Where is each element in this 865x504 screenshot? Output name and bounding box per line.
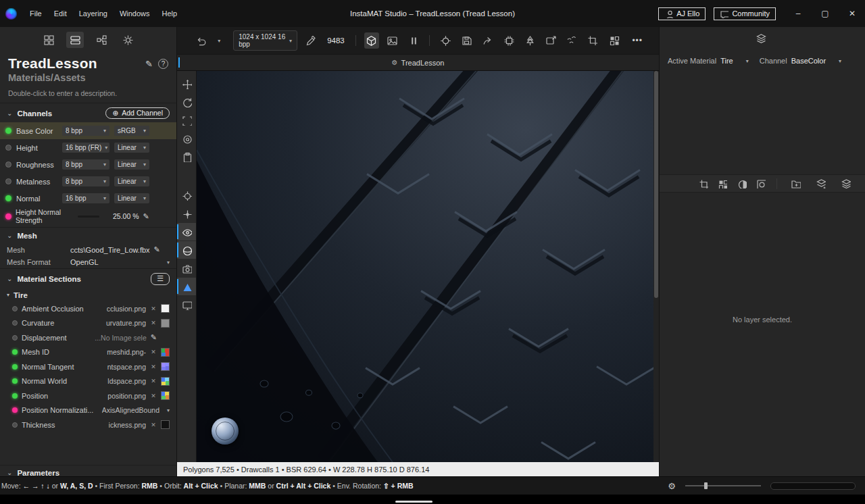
texture-swatch[interactable] bbox=[161, 391, 170, 400]
texture-swatch[interactable] bbox=[161, 348, 170, 357]
community-button[interactable]: Community bbox=[714, 7, 776, 20]
texture-row-position[interactable]: Position position.png ✕ bbox=[0, 388, 176, 403]
colorspace-dropdown[interactable]: Linear▾ bbox=[114, 159, 149, 170]
texture-row-normal-tangent[interactable]: Normal Tangent ntspace.png ✕ bbox=[0, 359, 176, 374]
transparency-button[interactable] bbox=[607, 32, 622, 49]
add-layer-button[interactable] bbox=[812, 176, 829, 192]
bpp-dropdown[interactable]: 8 bpp▾ bbox=[62, 126, 109, 136]
eyedropper-button[interactable] bbox=[303, 32, 318, 49]
rotate-tool[interactable] bbox=[177, 93, 196, 111]
channel-row-height[interactable]: Height 16 bpp (FR)▾ Linear▾ bbox=[0, 139, 176, 156]
material-preview-toggle[interactable] bbox=[177, 241, 196, 259]
remove-texture-button[interactable]: ✕ bbox=[150, 422, 157, 428]
minimize-button[interactable]: – bbox=[793, 9, 803, 18]
menu-help[interactable]: Help bbox=[156, 7, 184, 20]
camera-tool[interactable] bbox=[177, 259, 196, 277]
new-folder-button[interactable] bbox=[787, 176, 804, 192]
transparency-layer-button[interactable] bbox=[717, 176, 729, 192]
texture-swatch[interactable] bbox=[161, 304, 170, 313]
pan-tool[interactable] bbox=[177, 205, 196, 222]
remove-texture-button[interactable]: ✕ bbox=[150, 363, 157, 370]
channel-row-metalness[interactable]: Metalness 8 bpp▾ Linear▾ bbox=[0, 173, 176, 190]
edit-strength-button[interactable]: ✎ bbox=[143, 212, 149, 221]
slider-handle[interactable] bbox=[704, 482, 708, 489]
remove-texture-button[interactable]: ✕ bbox=[150, 393, 157, 399]
channel-row-normal[interactable]: Normal 16 bpp▾ Linear▾ bbox=[0, 190, 176, 207]
texture-swatch[interactable] bbox=[161, 362, 170, 371]
material-group-tire[interactable]: ▾ Tire bbox=[0, 288, 176, 301]
3d-viewport[interactable] bbox=[197, 71, 653, 462]
maximize-button[interactable]: ▢ bbox=[820, 9, 830, 18]
strength-value[interactable]: 25.00 % bbox=[113, 212, 139, 220]
parameters-section-header[interactable]: ⌄ Parameters bbox=[0, 465, 176, 476]
material-sections-menu-button[interactable]: ☰ bbox=[151, 273, 170, 285]
add-channel-button[interactable]: ⊕ Add Channel bbox=[105, 107, 170, 119]
device-button[interactable] bbox=[501, 32, 516, 49]
3d-view-button[interactable] bbox=[364, 32, 379, 49]
bpp-dropdown[interactable]: 8 bpp▾ bbox=[62, 159, 109, 170]
mesh-section-header[interactable]: ⌄ Mesh bbox=[0, 227, 176, 243]
tab-treadlesson[interactable]: TreadLesson bbox=[401, 59, 445, 67]
contrast-button[interactable] bbox=[736, 176, 748, 192]
channels-section-header[interactable]: ⌄ Channels ⊕ Add Channel bbox=[0, 103, 176, 122]
menu-layering[interactable]: Layering bbox=[73, 7, 114, 20]
strength-slider[interactable] bbox=[78, 216, 99, 218]
2d-view-button[interactable] bbox=[385, 32, 400, 49]
geometry-toggle[interactable] bbox=[177, 278, 196, 295]
crop-layer-button[interactable] bbox=[697, 176, 710, 192]
colorspace-dropdown[interactable]: Linear▾ bbox=[114, 193, 149, 203]
edit-texture-button[interactable]: ✎ bbox=[151, 333, 157, 342]
scrollbar-thumb[interactable] bbox=[654, 71, 658, 298]
layers-icon[interactable] bbox=[756, 33, 769, 47]
resolution-dropdown[interactable]: 1024 x 1024 16 bpp ▾ bbox=[233, 30, 297, 51]
texture-row-displacement[interactable]: Displacement No Image sele... ✎ bbox=[0, 330, 176, 345]
display-tool[interactable] bbox=[177, 296, 196, 313]
environment-button[interactable] bbox=[522, 32, 537, 49]
texture-row-normal-world[interactable]: Normal World ldspace.png ✕ bbox=[0, 374, 176, 389]
export-button[interactable] bbox=[480, 32, 495, 49]
normalization-mode-value[interactable]: AxisAlignedBound bbox=[102, 406, 159, 414]
focus-object-tool[interactable] bbox=[177, 186, 196, 204]
description-placeholder[interactable]: Double-click to enter a description. bbox=[8, 89, 168, 97]
save-button[interactable] bbox=[459, 32, 474, 49]
mesh-file-value[interactable]: ccts\Good_Tire_Low.fbx bbox=[70, 246, 150, 254]
remove-texture-button[interactable]: ✕ bbox=[150, 349, 157, 355]
frame-tool[interactable] bbox=[177, 111, 196, 129]
remove-texture-button[interactable]: ✕ bbox=[150, 305, 157, 312]
texture-swatch[interactable] bbox=[161, 377, 170, 386]
texture-row-position-normalization[interactable]: Position Normalizati... AxisAlignedBound… bbox=[0, 403, 176, 418]
move-tool[interactable] bbox=[177, 75, 196, 93]
channel-dropdown[interactable]: BaseColor ▾ bbox=[791, 57, 841, 65]
menu-edit[interactable]: Edit bbox=[48, 7, 73, 20]
layer-stack-button[interactable] bbox=[837, 176, 854, 192]
texture-row-curvature[interactable]: Curvature urvature.png ✕ bbox=[0, 316, 176, 331]
user-account-button[interactable]: AJ Ello bbox=[658, 7, 706, 20]
chevron-down-icon[interactable]: ▾ bbox=[167, 407, 170, 413]
pause-button[interactable] bbox=[406, 32, 421, 49]
close-button[interactable]: ✕ bbox=[847, 9, 857, 18]
settings-button[interactable] bbox=[119, 32, 137, 48]
texture-swatch[interactable] bbox=[161, 420, 170, 429]
pivot-tool[interactable] bbox=[177, 130, 196, 147]
texture-row-thickness[interactable]: Thickness ickness.png ✕ bbox=[0, 418, 176, 432]
remove-texture-button[interactable]: ✕ bbox=[150, 378, 157, 384]
bpp-dropdown[interactable]: 8 bpp▾ bbox=[62, 176, 109, 186]
undo-history-dropdown[interactable]: ▾ bbox=[218, 38, 220, 44]
bpp-dropdown[interactable]: 16 bpp (FR)▾ bbox=[62, 143, 109, 153]
remove-texture-button[interactable]: ✕ bbox=[150, 320, 157, 326]
active-material-dropdown[interactable]: Tire ▾ bbox=[720, 57, 749, 65]
crop-button[interactable] bbox=[586, 32, 601, 49]
more-options-button[interactable]: ••• bbox=[628, 34, 647, 47]
wireframe-toggle[interactable] bbox=[177, 223, 196, 241]
render-image-button[interactable] bbox=[543, 32, 558, 49]
mesh-format-value[interactable]: OpenGL bbox=[70, 258, 99, 266]
particles-button[interactable] bbox=[565, 32, 580, 49]
rename-asset-button[interactable]: ✎ bbox=[145, 59, 153, 69]
edit-mesh-button[interactable]: ✎ bbox=[154, 245, 160, 254]
clipboard-tool[interactable] bbox=[177, 148, 196, 166]
navigation-gizmo[interactable] bbox=[212, 418, 239, 445]
viewport-settings-button[interactable]: ⚙ bbox=[668, 481, 676, 491]
colorspace-dropdown[interactable]: Linear▾ bbox=[114, 143, 149, 153]
mask-button[interactable] bbox=[756, 176, 768, 192]
chevron-down-icon[interactable]: ▾ bbox=[167, 259, 170, 266]
